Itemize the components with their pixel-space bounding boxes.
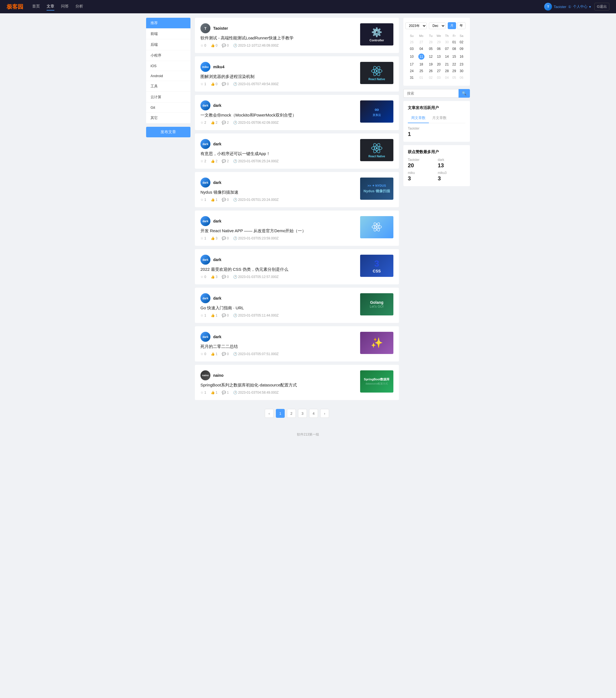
author-name: dark [213, 335, 221, 339]
calendar-day[interactable]: 30 [458, 68, 465, 74]
weekday-sa: Sa [458, 33, 465, 39]
calendar-day[interactable]: 20 [435, 61, 443, 67]
calendar-day[interactable]: 03 [435, 75, 443, 81]
calendar-day[interactable]: 09 [458, 46, 465, 52]
page-1-button[interactable]: 1 [276, 409, 285, 418]
right-sidebar: 2023年 Dec 月 年 Su Mo Tu We Th [403, 18, 470, 423]
month-select[interactable]: Dec [429, 23, 445, 29]
calendar-day[interactable]: 17 [409, 61, 415, 67]
avatar: dark [200, 139, 211, 149]
sidebar-item-git[interactable]: Git [146, 103, 190, 113]
calendar-day[interactable]: 26 [428, 68, 434, 74]
article-title[interactable]: 软件测试 - 高端性能测试LoadRunner快速上手教学 [200, 36, 356, 41]
thumb-label: Nydus 镜像扫描 [363, 189, 390, 194]
calendar-day[interactable]: 04 [444, 75, 450, 81]
prev-page-button[interactable]: ‹ [265, 409, 274, 418]
calendar-day[interactable]: 05 [428, 46, 434, 52]
page-2-button[interactable]: 2 [287, 409, 296, 418]
logo[interactable]: 极客园 [6, 3, 23, 11]
nav-articles[interactable]: 文章 [46, 3, 54, 11]
calendar-day[interactable]: 15 [451, 53, 457, 61]
calendar-day[interactable]: 07 [444, 46, 450, 52]
article-body: dark dark 2022 最受欢迎的 CSS 伪类，伪元素分别是什么 ☆ 0… [200, 255, 356, 279]
calendar-day[interactable]: 19 [428, 61, 434, 67]
sidebar-item-other[interactable]: 其它 [146, 113, 190, 124]
sidebar-item-android[interactable]: Android [146, 71, 190, 81]
page-4-button[interactable]: 4 [309, 409, 318, 418]
article-title[interactable]: SpringBoot系列之数据库初始化-datasource配置方式 [200, 382, 356, 388]
article-title[interactable]: Go 快速入门指南 · URL [200, 305, 356, 311]
calendar-day[interactable]: 01 [416, 75, 427, 81]
user-stat-count: 1 [408, 131, 435, 137]
calendar-day[interactable]: 31 [409, 75, 415, 81]
most-liked-item: miku3 3 [438, 171, 465, 182]
calendar-day[interactable]: 27 [435, 68, 443, 74]
calendar-day[interactable]: 26 [409, 39, 415, 45]
month-tab[interactable]: 月 [448, 22, 456, 29]
calendar-day[interactable]: 28 [444, 68, 450, 74]
article-title[interactable]: 一文教会你mock（Mockito和PowerMock双剑合璧） [200, 113, 356, 118]
calendar-day[interactable]: 27 [416, 39, 427, 45]
article-title[interactable]: 2022 最受欢迎的 CSS 伪类，伪元素分别是什么 [200, 267, 356, 272]
article-title[interactable]: 有意思，小程序还可以一键生成App！ [200, 151, 356, 156]
calendar-day[interactable]: 04 [416, 46, 427, 52]
publish-article-button[interactable]: 发布文章 [146, 127, 190, 137]
sidebar-item-ios[interactable]: iOS [146, 61, 190, 71]
article-title[interactable]: Nydus 镜像扫描加速 [200, 190, 356, 195]
article-title[interactable]: 开发 React Native APP —— 从改造官方Demo开始（一） [200, 228, 356, 234]
calendar-day[interactable]: 13 [435, 53, 443, 61]
sidebar-item-recommended[interactable]: 推荐 [146, 18, 190, 29]
calendar-day[interactable]: 29 [451, 68, 457, 74]
year-select[interactable]: 2023年 [405, 23, 427, 29]
likes-count: 👍 3 [211, 275, 218, 279]
monthly-tab[interactable]: 月文章数 [429, 114, 450, 123]
calendar-day[interactable]: 05 [451, 75, 457, 81]
calendar-day[interactable]: 28 [428, 39, 434, 45]
calendar-day[interactable]: 02 [458, 39, 465, 45]
avatar: dark [200, 332, 211, 342]
calendar-day[interactable]: 12 [428, 53, 434, 61]
calendar-day[interactable]: 23 [458, 61, 465, 67]
nav-analysis[interactable]: 分析 [75, 3, 83, 11]
calendar-day[interactable]: 02 [428, 75, 434, 81]
calendar-day[interactable]: 10 [409, 53, 415, 61]
stars-count: ☆ 1 [200, 313, 206, 317]
calendar-day[interactable]: 22 [451, 61, 457, 67]
calendar-day[interactable]: 25 [416, 68, 427, 74]
weekday-fr: Fr [451, 33, 457, 39]
calendar-day[interactable]: 06 [435, 46, 443, 52]
logout-button[interactable]: G退出 [594, 3, 610, 11]
calendar-day[interactable]: 21 [444, 61, 450, 67]
sidebar-item-cloud[interactable]: 云计算 [146, 92, 190, 103]
calendar-day[interactable]: 18 [416, 61, 427, 67]
article-title[interactable]: 图解浏览器的多进程渲染机制 [200, 74, 356, 79]
page-3-button[interactable]: 3 [298, 409, 307, 418]
date: 🕐 2023-01-05T06:42:09.000Z [233, 121, 278, 125]
article-title[interactable]: 死月的二零二二总结 [200, 344, 356, 349]
personal-center-link[interactable]: 个人中心 [573, 4, 587, 9]
nav-qa[interactable]: 问答 [61, 3, 69, 11]
calendar-day[interactable]: 14 [444, 53, 450, 61]
calendar-day[interactable]: 16 [458, 53, 465, 61]
search-button[interactable]: 🔍 [459, 89, 470, 98]
calendar-today[interactable]: 11 [416, 53, 427, 61]
calendar-day[interactable]: 24 [409, 68, 415, 74]
search-input[interactable] [403, 89, 459, 98]
year-tab[interactable]: 年 [457, 22, 465, 29]
sidebar-item-backend[interactable]: 后端 [146, 39, 190, 50]
calendar-day[interactable]: 01 [451, 39, 457, 45]
calendar-day[interactable]: 08 [451, 46, 457, 52]
calendar-day[interactable]: 29 [435, 39, 443, 45]
sidebar-item-frontend[interactable]: 前端 [146, 29, 190, 39]
sidebar-item-tools[interactable]: 工具 [146, 81, 190, 92]
most-liked-item: dark 13 [438, 158, 465, 169]
weekly-tab[interactable]: 周文章数 [408, 114, 429, 123]
most-liked-widget: 获点赞数最多用户 Taoister 20 dark 13 miku 3 miku… [403, 145, 470, 186]
calendar-day[interactable]: 30 [444, 39, 450, 45]
user-info[interactable]: T Taoister ① 个人中心 ▾ [544, 3, 591, 11]
calendar-day[interactable]: 06 [458, 75, 465, 81]
next-page-button[interactable]: › [320, 409, 329, 418]
sidebar-item-miniprogram[interactable]: 小程序 [146, 50, 190, 61]
nav-home[interactable]: 首页 [32, 3, 40, 11]
calendar-day[interactable]: 03 [409, 46, 415, 52]
